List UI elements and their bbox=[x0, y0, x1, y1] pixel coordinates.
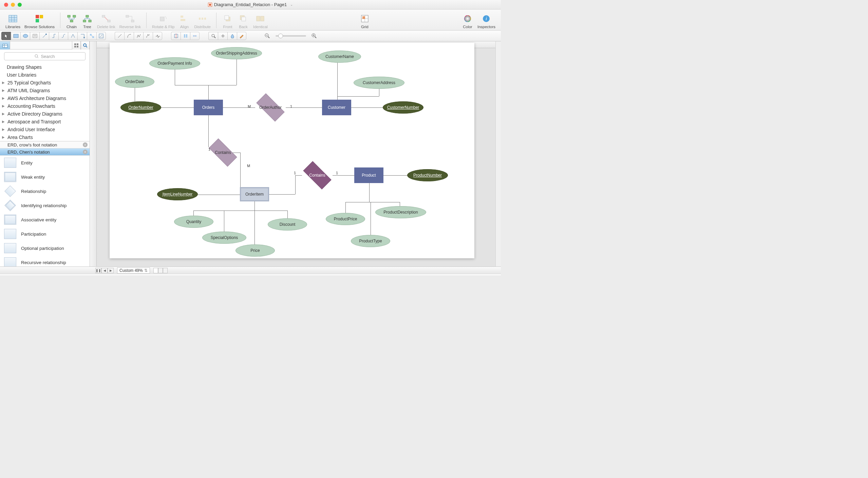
canvas-area: OrdersCustomerProductOrderItemOrderAutho… bbox=[90, 41, 501, 266]
er-shape[interactable]: ItemLineNumber bbox=[157, 188, 198, 200]
stencil-item[interactable]: Recursive relationship bbox=[0, 255, 90, 266]
er-shape[interactable]: CustomerNumber bbox=[383, 101, 423, 114]
er-shape[interactable]: Contains bbox=[204, 143, 242, 162]
zoom-slider[interactable] bbox=[276, 35, 306, 37]
stencil-item[interactable]: Entity bbox=[0, 156, 90, 170]
library-item[interactable]: ▶25 Typical Orgcharts bbox=[0, 79, 90, 86]
library-item[interactable]: ▶AWS Architecture Diagrams bbox=[0, 94, 90, 102]
stencil-item[interactable]: Associative entity bbox=[0, 213, 90, 227]
close-icon[interactable]: × bbox=[83, 142, 88, 147]
library-item[interactable]: ▶Area Charts bbox=[0, 133, 90, 141]
connector-tool-6[interactable] bbox=[87, 32, 96, 40]
er-shape[interactable]: ProductDescription bbox=[375, 206, 426, 218]
er-shape[interactable]: ProductPrice bbox=[326, 213, 365, 225]
library-item[interactable]: ▶ATM UML Diagrams bbox=[0, 86, 90, 94]
pan-tool[interactable] bbox=[218, 32, 227, 40]
snap-tool-3[interactable] bbox=[190, 32, 200, 40]
er-shape[interactable]: CustomerAddress bbox=[354, 77, 404, 89]
library-item[interactable]: ▶Accounting Flowcharts bbox=[0, 102, 90, 110]
stencil-item[interactable]: Weak entity bbox=[0, 170, 90, 184]
color-button[interactable]: Color bbox=[460, 14, 475, 29]
library-item[interactable]: ▶Active Directory Diagrams bbox=[0, 110, 90, 118]
er-shape[interactable]: Discount bbox=[268, 218, 307, 231]
stencil-item[interactable]: Relationship bbox=[0, 184, 90, 198]
connector-tool-3[interactable] bbox=[58, 32, 68, 40]
er-shape[interactable]: OrderPayment Info bbox=[149, 57, 200, 69]
er-shape[interactable]: Price bbox=[235, 244, 275, 257]
inspectors-button[interactable]: i Inspectors bbox=[475, 14, 497, 29]
library-item[interactable]: Drawing Shapes bbox=[0, 63, 90, 71]
zoom-in-button[interactable] bbox=[309, 32, 319, 40]
tree-button[interactable]: Tree bbox=[79, 14, 95, 29]
browse-solutions-button[interactable]: Browse Solutions bbox=[22, 14, 57, 29]
connector-tool-7[interactable] bbox=[96, 32, 106, 40]
grid-button[interactable]: Grid bbox=[357, 14, 373, 29]
connector-tool-5[interactable] bbox=[77, 32, 87, 40]
canvas[interactable]: OrdersCustomerProductOrderItemOrderAutho… bbox=[97, 41, 495, 266]
zoom-out-button[interactable] bbox=[263, 32, 272, 40]
page-tab-1[interactable] bbox=[153, 268, 158, 273]
line-tool-2[interactable] bbox=[124, 32, 134, 40]
text-tool[interactable] bbox=[30, 32, 39, 40]
library-item[interactable]: ▶Aerospace and Transport bbox=[0, 118, 90, 125]
connector-tool-2[interactable] bbox=[49, 32, 58, 40]
scrollbar-vertical[interactable] bbox=[495, 41, 501, 266]
search-input[interactable]: Search bbox=[4, 52, 86, 60]
title-text: Diagrama_Entidad_Relacion - Page1 bbox=[214, 2, 287, 7]
er-shape[interactable]: Customer bbox=[322, 100, 351, 115]
rectangle-tool[interactable] bbox=[11, 32, 20, 40]
search-icon bbox=[35, 54, 39, 58]
prev-page-icon[interactable]: ◀ bbox=[101, 268, 108, 273]
stencil-item[interactable]: Participation bbox=[0, 227, 90, 241]
line-tool-1[interactable] bbox=[115, 32, 124, 40]
er-shape[interactable]: OrderNumber bbox=[120, 101, 161, 114]
drop-tool[interactable] bbox=[227, 32, 237, 40]
title-dropdown-icon[interactable]: ⌄ bbox=[290, 3, 293, 6]
chain-button[interactable]: Chain bbox=[64, 14, 79, 29]
line-tool-4[interactable] bbox=[143, 32, 153, 40]
pause-icon[interactable]: ❚❚ bbox=[95, 268, 101, 273]
page[interactable]: OrdersCustomerProductOrderItemOrderAutho… bbox=[110, 43, 474, 258]
page-tab-2[interactable] bbox=[158, 268, 163, 273]
stencil-item[interactable]: Identifying relationship bbox=[0, 198, 90, 213]
stencil-tab[interactable]: ERD, Chen's notation× bbox=[0, 148, 90, 156]
er-shape[interactable]: OrderShippingAddress bbox=[211, 47, 262, 59]
er-shape[interactable]: OrderDate bbox=[115, 76, 154, 88]
er-shape[interactable]: OrderItem bbox=[240, 187, 269, 201]
er-shape[interactable]: ProductType bbox=[351, 235, 390, 247]
svg-rect-54 bbox=[193, 35, 194, 37]
page-tab-3[interactable] bbox=[163, 268, 168, 273]
libraries-button[interactable]: Libraries bbox=[3, 14, 22, 29]
zoom-tool[interactable] bbox=[208, 32, 218, 40]
line-tool-3[interactable] bbox=[134, 32, 143, 40]
snap-tool-2[interactable] bbox=[181, 32, 190, 40]
stencil-tab[interactable]: ERD, crow's foot notation× bbox=[0, 141, 90, 148]
library-item[interactable]: User Libraries bbox=[0, 71, 90, 79]
er-shape[interactable]: Orders bbox=[194, 100, 223, 115]
line-tool-5[interactable] bbox=[153, 32, 162, 40]
back-button: Back bbox=[235, 14, 251, 29]
stencil-item[interactable]: Optional participation bbox=[0, 241, 90, 255]
library-item[interactable]: ▶Android User Interface bbox=[0, 125, 90, 133]
zoom-dropdown[interactable]: Custom 49%⇅ bbox=[117, 267, 150, 274]
sidebar-search-icon[interactable] bbox=[81, 41, 90, 49]
er-shape[interactable]: OrderAuthor bbox=[252, 98, 289, 117]
next-page-icon[interactable]: ▶ bbox=[108, 268, 114, 273]
er-shape[interactable]: CustomerName bbox=[318, 51, 361, 63]
er-shape[interactable]: Quantity bbox=[174, 216, 213, 228]
er-shape[interactable]: Product bbox=[354, 167, 383, 183]
er-shape[interactable]: Contains bbox=[299, 166, 336, 185]
connector-tool-1[interactable] bbox=[39, 32, 49, 40]
snap-tool-1[interactable] bbox=[171, 32, 181, 40]
pen-tool[interactable] bbox=[237, 32, 246, 40]
er-line bbox=[224, 211, 224, 232]
connector-tool-4[interactable] bbox=[68, 32, 77, 40]
sidebar-tab-shapes[interactable] bbox=[0, 41, 10, 49]
er-shape[interactable]: SpecialOptions bbox=[202, 232, 246, 244]
er-shape[interactable]: ProductNumber bbox=[407, 169, 448, 181]
ellipse-tool[interactable] bbox=[20, 32, 30, 40]
sidebar-grid-view-icon[interactable] bbox=[72, 41, 81, 49]
close-icon[interactable]: × bbox=[83, 150, 88, 154]
pointer-tool[interactable] bbox=[1, 32, 11, 40]
cardinality-label: 1 bbox=[290, 104, 292, 108]
